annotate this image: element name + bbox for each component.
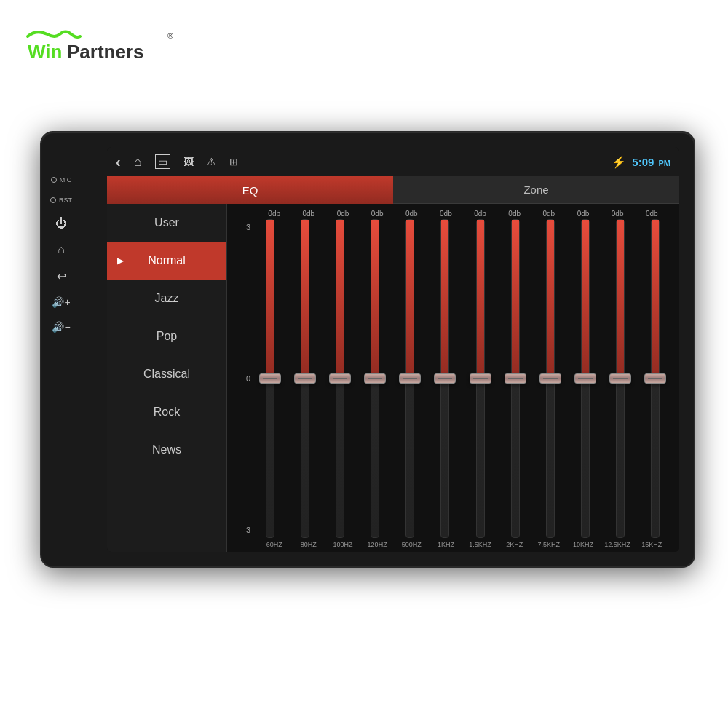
eq-db-labels: 0db 0db 0db 0db 0db 0db 0db 0db 0db 0db …	[234, 210, 672, 218]
preset-user[interactable]: User	[107, 204, 226, 242]
slider-track-12[interactable]	[651, 219, 660, 538]
slider-track-3[interactable]	[336, 219, 344, 538]
time-display: 5:09 PM	[632, 156, 670, 168]
db-label-4: 0db	[362, 210, 392, 218]
freq-7.5khz: 7.5KHZ	[534, 541, 564, 548]
preset-pop[interactable]: Pop	[107, 317, 226, 355]
db-label-12: 0db	[636, 210, 667, 218]
status-right: ⚡ 5:09 PM	[612, 155, 670, 169]
preset-normal[interactable]: ▶ Normal	[107, 242, 226, 280]
preset-news[interactable]: News	[107, 431, 226, 469]
slider-handle-4[interactable]	[364, 373, 386, 384]
db-label-8: 0db	[499, 210, 530, 218]
back-button[interactable]: ‹	[116, 154, 121, 170]
slider-7.5khz	[534, 219, 567, 538]
slider-track-9[interactable]	[546, 219, 555, 538]
tab-zone[interactable]: Zone	[393, 176, 679, 204]
eq-area: 0db 0db 0db 0db 0db 0db 0db 0db 0db 0db …	[227, 204, 679, 552]
slider-handle-8[interactable]	[505, 373, 526, 384]
db-label-9: 0db	[534, 210, 564, 218]
preset-list: User ▶ Normal Jazz Pop Classical Rock	[107, 204, 227, 552]
eq-freq-labels: 60HZ 80HZ 100HZ 120HZ 500HZ 1KHZ 1.5KHZ …	[234, 541, 672, 548]
slider-120hz	[358, 219, 392, 538]
slider-80hz	[288, 219, 322, 538]
freq-1.5khz: 1.5KHZ	[465, 541, 496, 548]
slider-handle-3[interactable]	[329, 373, 351, 384]
slider-track-7[interactable]	[476, 219, 485, 538]
db-label-10: 0db	[568, 210, 598, 218]
freq-500hz: 500HZ	[396, 541, 427, 548]
preset-rock[interactable]: Rock	[107, 393, 226, 431]
nav-buttons: ‹ ⌂ ▭ 🖼 ⚠ ⊞	[116, 154, 238, 170]
freq-60hz: 60HZ	[259, 541, 290, 548]
device-shell: MIC RST ⏻ ⌂ ↩ 🔊+ 🔊− ‹ ⌂ ▭ 🖼 ⚠ ⊞ ⚡	[40, 131, 695, 568]
slider-handle-2[interactable]	[294, 373, 316, 384]
db-label-3: 0db	[328, 210, 358, 218]
image-button[interactable]: 🖼	[183, 156, 194, 167]
db-label-2: 0db	[293, 210, 324, 218]
freq-10khz: 10KHZ	[568, 541, 598, 548]
rst-indicator: RST	[50, 197, 72, 204]
side-controls: MIC RST ⏻ ⌂ ↩ 🔊+ 🔊−	[50, 176, 72, 333]
sliders-grid	[253, 219, 672, 538]
db-label-5: 0db	[396, 210, 427, 218]
tab-eq[interactable]: EQ	[107, 176, 393, 204]
bluetooth-icon: ⚡	[612, 155, 626, 169]
slider-handle-9[interactable]	[539, 373, 561, 384]
freq-80hz: 80HZ	[293, 541, 324, 548]
svg-text:Partners: Partners	[67, 41, 144, 63]
freq-1khz: 1KHZ	[430, 541, 461, 548]
slider-500hz	[393, 219, 427, 538]
window-button[interactable]: ▭	[155, 154, 170, 169]
screen: ‹ ⌂ ▭ 🖼 ⚠ ⊞ ⚡ 5:09 PM EQ Zone	[107, 147, 679, 552]
slider-1khz	[428, 219, 462, 538]
volume-down-button[interactable]: 🔊−	[52, 321, 70, 333]
freq-120hz: 120HZ	[362, 541, 392, 548]
slider-handle-6[interactable]	[434, 373, 456, 384]
slider-track-2[interactable]	[301, 219, 309, 538]
slider-2khz	[499, 219, 532, 538]
alert-button[interactable]: ⚠	[207, 156, 216, 167]
slider-12.5khz	[604, 219, 637, 538]
slider-track-6[interactable]	[440, 219, 449, 538]
eq-sliders-container: 3 0 -3	[234, 219, 672, 538]
tab-bar: EQ Zone	[107, 176, 679, 204]
slider-15khz	[638, 219, 672, 538]
slider-track-5[interactable]	[405, 219, 414, 538]
slider-handle-12[interactable]	[644, 373, 666, 384]
svg-text:®: ®	[167, 31, 173, 40]
scale-top: 3	[234, 223, 250, 232]
db-label-1: 0db	[259, 210, 290, 218]
back-side-button[interactable]: ↩	[57, 269, 66, 283]
logo-area: Win Partners ®	[22, 22, 182, 80]
slider-handle-10[interactable]	[574, 373, 596, 384]
db-label-11: 0db	[602, 210, 633, 218]
preset-jazz[interactable]: Jazz	[107, 280, 226, 317]
svg-text:Win: Win	[28, 41, 62, 63]
freq-12.5khz: 12.5KHZ	[602, 541, 633, 548]
slider-track-11[interactable]	[616, 219, 625, 538]
slider-60hz	[253, 219, 287, 538]
eq-scale: 3 0 -3	[234, 219, 250, 538]
freq-2khz: 2KHZ	[499, 541, 530, 548]
slider-track-8[interactable]	[511, 219, 520, 538]
db-label-6: 0db	[430, 210, 461, 218]
freq-15khz: 15KHZ	[636, 541, 667, 548]
slider-track-1[interactable]	[266, 219, 274, 538]
preset-classical[interactable]: Classical	[107, 355, 226, 393]
slider-1.5khz	[463, 219, 496, 538]
slider-handle-11[interactable]	[609, 373, 631, 384]
home-side-button[interactable]: ⌂	[58, 243, 65, 256]
slider-handle-7[interactable]	[470, 373, 491, 384]
power-button[interactable]: ⏻	[55, 217, 67, 230]
slider-handle-1[interactable]	[259, 373, 281, 384]
freq-100hz: 100HZ	[328, 541, 358, 548]
slider-handle-5[interactable]	[399, 373, 421, 384]
volume-up-button[interactable]: 🔊+	[52, 296, 70, 308]
gallery-button[interactable]: ⊞	[229, 156, 238, 167]
slider-track-4[interactable]	[371, 219, 379, 538]
scale-mid: 0	[234, 374, 250, 383]
home-button[interactable]: ⌂	[134, 154, 142, 170]
scale-bot: -3	[234, 526, 250, 534]
slider-track-10[interactable]	[581, 219, 590, 538]
